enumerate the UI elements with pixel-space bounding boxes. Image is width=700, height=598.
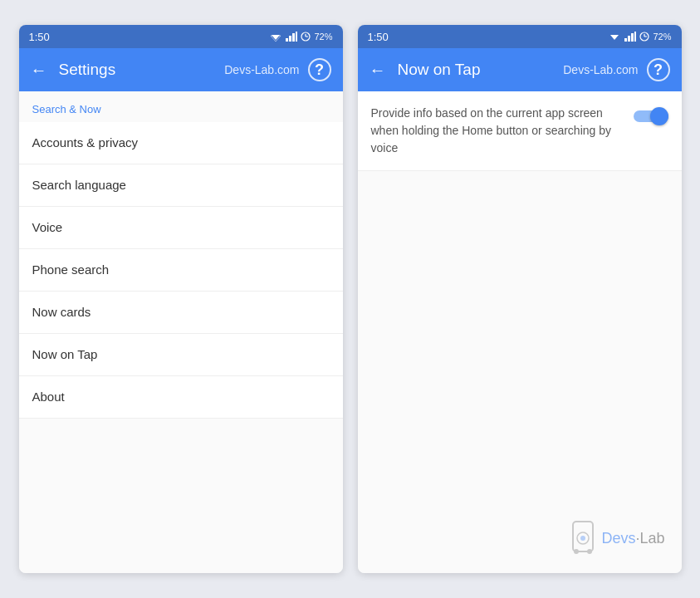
left-back-button[interactable]: ←: [31, 61, 47, 80]
svg-rect-13: [634, 32, 636, 42]
right-help-button[interactable]: ?: [647, 58, 670, 81]
toggle-thumb: [650, 107, 668, 125]
left-app-bar-subtitle: Devs-Lab.com: [224, 63, 299, 76]
right-back-button[interactable]: ←: [370, 61, 386, 80]
menu-item-phone-search[interactable]: Phone search: [19, 249, 343, 292]
now-on-tap-description: Provide info based on the current app sc…: [371, 105, 624, 157]
phones-container: 1:50 72%: [19, 25, 682, 573]
wifi-icon: [269, 32, 282, 42]
svg-rect-3: [289, 36, 291, 42]
right-app-bar-title: Now on Tap: [398, 61, 564, 79]
left-status-icons: 72%: [269, 32, 332, 42]
watermark-label: Devs·Lab: [601, 530, 664, 547]
left-help-button[interactable]: ?: [308, 58, 331, 81]
left-status-time: 1:50: [29, 31, 50, 43]
menu-item-search-language-label: Search language: [32, 178, 126, 192]
menu-item-voice[interactable]: Voice: [19, 207, 343, 249]
right-battery: 72%: [653, 32, 671, 42]
svg-marker-9: [610, 35, 619, 40]
menu-item-now-cards[interactable]: Now cards: [19, 292, 343, 334]
watermark: Devs·Lab: [568, 520, 664, 556]
menu-item-now-on-tap[interactable]: Now on Tap: [19, 334, 343, 376]
menu-item-about-label: About: [32, 390, 65, 404]
clock-icon: [301, 32, 311, 42]
right-app-bar-subtitle: Devs-Lab.com: [563, 63, 638, 76]
left-content: Search & Now Accounts & privacy Search l…: [19, 91, 343, 573]
left-battery: 72%: [314, 32, 332, 42]
svg-rect-11: [628, 36, 630, 42]
clock-icon-right: [639, 32, 649, 42]
left-phone: 1:50 72%: [19, 25, 343, 573]
section-header: Search & Now: [19, 91, 343, 122]
right-status-bar: 1:50 72%: [358, 25, 682, 48]
right-app-bar: ← Now on Tap Devs-Lab.com ?: [358, 48, 682, 91]
menu-item-now-cards-label: Now cards: [32, 305, 91, 319]
right-status-time: 1:50: [368, 31, 389, 43]
right-content: Provide info based on the current app sc…: [358, 91, 682, 573]
menu-item-accounts-label: Accounts & privacy: [32, 135, 139, 150]
svg-point-19: [580, 536, 585, 541]
menu-item-search-language[interactable]: Search language: [19, 164, 343, 207]
now-on-tap-row: Provide info based on the current app sc…: [358, 91, 682, 171]
watermark-icon: [568, 520, 598, 556]
svg-rect-2: [286, 38, 288, 42]
wifi-icon-right: [608, 32, 621, 42]
left-app-bar-title: Settings: [59, 61, 225, 79]
menu-item-now-on-tap-label: Now on Tap: [32, 347, 98, 361]
now-on-tap-toggle[interactable]: [634, 106, 668, 126]
svg-rect-10: [624, 38, 627, 42]
svg-rect-4: [292, 33, 295, 42]
menu-item-accounts[interactable]: Accounts & privacy: [19, 122, 343, 164]
right-status-icons: 72%: [608, 32, 671, 42]
menu-item-about[interactable]: About: [19, 376, 343, 419]
signal-icon: [286, 32, 297, 42]
left-app-bar: ← Settings Devs-Lab.com ?: [19, 48, 343, 91]
svg-rect-12: [631, 33, 634, 42]
left-status-bar: 1:50 72%: [19, 25, 343, 48]
right-phone: 1:50 72% ←: [358, 25, 682, 573]
menu-item-phone-search-label: Phone search: [32, 262, 110, 277]
menu-item-voice-label: Voice: [32, 220, 63, 234]
signal-icon-right: [624, 32, 636, 42]
svg-rect-5: [296, 32, 297, 42]
